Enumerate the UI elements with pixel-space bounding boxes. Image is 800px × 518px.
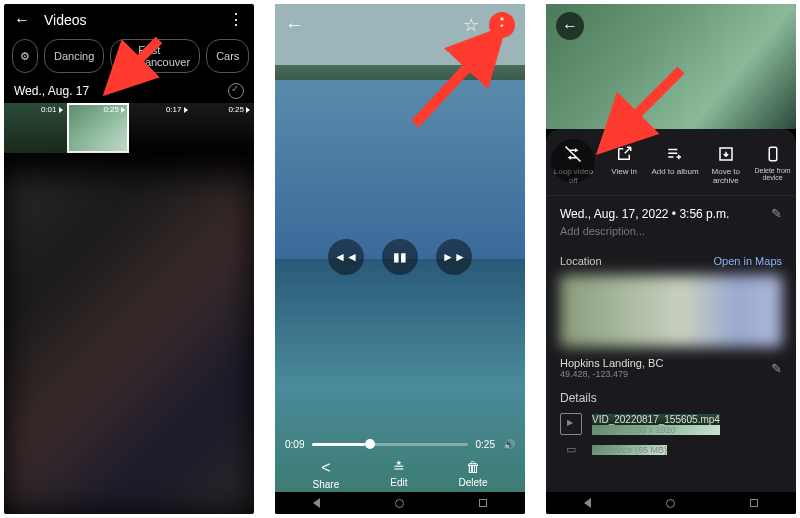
chip-east-vancouver[interactable]: 📍East Vancouver [110, 39, 200, 73]
video-thumbnail-selected[interactable]: 0:25 [67, 103, 130, 153]
playback-controls: ◄◄ ▮▮ ►► [275, 239, 525, 275]
add-description-field[interactable]: Add description... [560, 225, 782, 237]
move-to-archive-button[interactable]: Move to archive [702, 145, 750, 185]
star-outline-icon[interactable]: ☆ [463, 14, 479, 36]
more-vert-icon[interactable]: ⋮ [228, 10, 244, 29]
rewind-button[interactable]: ◄◄ [328, 239, 364, 275]
video-thumbnail[interactable]: 0:17 [129, 103, 192, 153]
loop-off-icon [564, 145, 582, 163]
back-arrow-icon[interactable]: ← [14, 11, 30, 29]
view-in-button[interactable]: View in [600, 145, 648, 185]
info-panel: Loop video off View in Add to album Move… [546, 129, 796, 492]
player-top-bar: ← ☆ ⋮ [275, 4, 525, 46]
details-label: Details [546, 381, 796, 409]
place-name: Hopkins Landing, BC [560, 357, 663, 369]
android-nav-bar [546, 492, 796, 514]
page-title: Videos [44, 12, 87, 28]
nav-back-icon[interactable] [584, 498, 591, 508]
add-to-album-button[interactable]: Add to album [651, 145, 699, 185]
open-external-icon [615, 145, 633, 163]
on-device-text: On device (65 MB) [592, 445, 667, 455]
archive-icon [717, 145, 735, 163]
trash-icon: 🗑 [466, 459, 480, 475]
action-row: Loop video off View in Add to album Move… [546, 139, 796, 196]
edit-datetime-icon[interactable]: ✎ [771, 206, 782, 221]
date-header-row: Wed., Aug. 17 [4, 81, 254, 103]
playlist-add-icon [666, 145, 684, 163]
total-time: 0:25 [476, 439, 495, 450]
video-thumbnail[interactable]: 0:01 [4, 103, 67, 153]
forward-button[interactable]: ►► [436, 239, 472, 275]
location-text-row: Hopkins Landing, BC 49.428, -123.479 ✎ [546, 351, 796, 381]
video-thumbnail[interactable]: 0:25 [192, 103, 255, 153]
more-vert-icon[interactable]: ⋮ [489, 12, 515, 38]
location-label: Location [560, 255, 602, 267]
android-nav-bar [275, 492, 525, 514]
delete-button[interactable]: 🗑Delete [459, 459, 488, 490]
on-device-row: ▭ On device (65 MB) [546, 439, 796, 460]
scrubber-row: 0:09 0:25 🔊 [285, 439, 515, 450]
loop-video-off-button[interactable]: Loop video off [549, 145, 597, 185]
nav-home-icon[interactable] [666, 499, 675, 508]
volume-icon[interactable]: 🔊 [503, 439, 515, 450]
file-meta: 2.1MP • 1080 x 1920 [592, 425, 720, 435]
pause-button[interactable]: ▮▮ [382, 239, 418, 275]
nav-recent-icon[interactable] [479, 499, 487, 507]
share-icon: < [321, 459, 330, 477]
date-header: Wed., Aug. 17 [14, 84, 89, 98]
select-all-icon[interactable] [228, 83, 244, 99]
chip-cars[interactable]: Cars [206, 39, 249, 73]
scrubber[interactable] [312, 443, 467, 446]
edit-sliders-icon: ≛ [393, 459, 405, 475]
filter-chip-row: ⚙ Dancing 📍East Vancouver Cars [4, 35, 254, 81]
screen-videos-list: ← Videos ⋮ ⚙ Dancing 📍East Vancouver Car… [4, 4, 254, 514]
filter-icon-chip[interactable]: ⚙ [12, 39, 38, 73]
back-arrow-icon[interactable]: ← [285, 15, 303, 36]
phone-icon: ▭ [560, 443, 582, 456]
back-circle-button[interactable]: ← [556, 12, 584, 40]
edit-location-icon[interactable]: ✎ [771, 361, 782, 376]
open-in-maps-link[interactable]: Open in Maps [714, 255, 782, 267]
location-pin-icon: 📍 [120, 50, 134, 63]
share-button[interactable]: <Share [313, 459, 340, 490]
delete-device-icon [764, 145, 782, 163]
file-detail-row: VID_20220817_155605.mp4 2.1MP • 1080 x 1… [546, 409, 796, 439]
screen-video-info: ← Loop video off View in Add to album Mo… [546, 4, 796, 514]
edit-button[interactable]: ≛Edit [390, 459, 407, 490]
filename: VID_20220817_155605.mp4 [592, 414, 720, 425]
video-file-icon [560, 413, 582, 435]
map-thumbnail[interactable] [560, 275, 782, 347]
nav-home-icon[interactable] [395, 499, 404, 508]
nav-back-icon[interactable] [313, 498, 320, 508]
coordinates: 49.428, -123.479 [560, 369, 663, 379]
elapsed-time: 0:09 [285, 439, 304, 450]
svg-rect-3 [769, 147, 777, 161]
delete-from-device-button[interactable]: Delete from device [753, 145, 793, 185]
thumbnail-row: 0:01 0:25 0:17 0:25 [4, 103, 254, 153]
blurred-content [4, 174, 254, 514]
chip-dancing[interactable]: Dancing [44, 39, 104, 73]
screen-video-player: ← ☆ ⋮ ◄◄ ▮▮ ►► 0:09 0:25 🔊 <Share ≛Edit … [275, 4, 525, 514]
bottom-action-bar: <Share ≛Edit 🗑Delete [275, 459, 525, 490]
datetime-text: Wed., Aug. 17, 2022 • 3:56 p.m. [560, 207, 729, 221]
filter-icon: ⚙ [20, 50, 30, 63]
header: ← Videos ⋮ [4, 4, 254, 35]
datetime-block: Wed., Aug. 17, 2022 • 3:56 p.m. ✎ Add de… [546, 196, 796, 247]
nav-recent-icon[interactable] [750, 499, 758, 507]
location-header-row: Location Open in Maps [546, 247, 796, 271]
